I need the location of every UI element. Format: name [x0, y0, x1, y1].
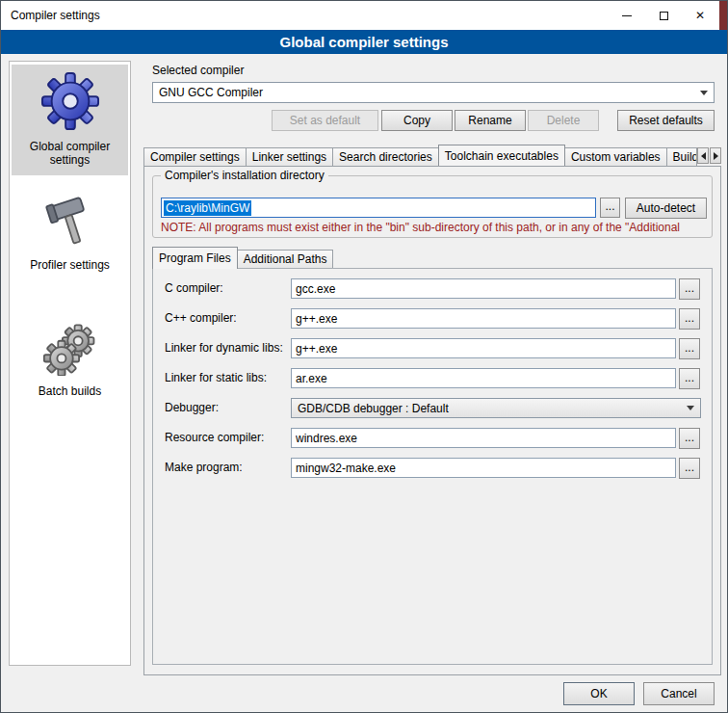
ok-button[interactable]: OK: [563, 682, 635, 705]
debugger-select[interactable]: GDB/CDB debugger : Default: [291, 398, 701, 418]
field-label: C compiler:: [165, 278, 223, 299]
selected-path-text: C:\raylib\MinGW: [164, 200, 251, 216]
field-label: Linker for static libs:: [165, 368, 267, 388]
profiler-hammer-icon: [42, 194, 98, 250]
browse-directory-button[interactable]: ...: [600, 198, 620, 218]
sidebar-item-batch-builds[interactable]: Batch builds: [12, 313, 128, 407]
browse-button[interactable]: ...: [679, 338, 700, 359]
browse-button[interactable]: ...: [679, 428, 700, 449]
debugger-select-value: GDB/CDB debugger : Default: [298, 399, 449, 417]
close-button[interactable]: ✕: [682, 1, 718, 30]
resource-compiler-input[interactable]: [291, 428, 676, 448]
dynamic-libs-linker-input[interactable]: [291, 338, 676, 358]
form-row-c-compiler: C compiler: ...: [152, 278, 713, 300]
tab-search-directories[interactable]: Search directories: [332, 147, 439, 166]
browse-button[interactable]: ...: [679, 308, 700, 330]
sidebar-item-global-compiler-settings[interactable]: Global compiler settings: [12, 65, 128, 175]
static-libs-linker-input[interactable]: [291, 368, 676, 388]
form-row-cpp-compiler: C++ compiler: ...: [152, 308, 713, 330]
field-label: Debugger:: [165, 398, 219, 418]
maximize-icon: [660, 12, 668, 20]
field-label: Make program:: [165, 458, 243, 478]
minimize-button[interactable]: [609, 1, 645, 30]
maximize-button[interactable]: [645, 1, 682, 30]
form-row-resource-compiler: Resource compiler: ...: [152, 428, 713, 449]
screen-edge-artifact: [719, 1, 727, 30]
sidebar-item-label: Batch builds: [13, 384, 126, 398]
browse-button[interactable]: ...: [679, 368, 700, 389]
field-label: C++ compiler:: [165, 308, 237, 329]
make-program-input[interactable]: [291, 458, 676, 478]
copy-button[interactable]: Copy: [381, 110, 453, 131]
form-row-dynamic-linker: Linker for dynamic libs: ...: [152, 338, 713, 359]
minimize-icon: [622, 15, 632, 16]
blue-gear-icon: [40, 71, 100, 131]
cpp-compiler-input[interactable]: [291, 308, 676, 329]
left-arrow-icon: [701, 152, 706, 160]
tab-scroll-left-button[interactable]: [697, 147, 709, 164]
settings-tabstrip: Compiler settings Linker settings Search…: [143, 145, 697, 166]
tab-linker-settings[interactable]: Linker settings: [246, 147, 333, 166]
categories-sidebar: Global compiler settings Profiler settin…: [9, 61, 131, 666]
compiler-select-value: GNU GCC Compiler: [159, 83, 263, 102]
compiler-settings-window: Compiler settings ✕ Global compiler sett…: [0, 0, 728, 713]
subtab-additional-paths[interactable]: Additional Paths: [237, 250, 334, 268]
c-compiler-input[interactable]: [291, 278, 676, 299]
titlebar[interactable]: Compiler settings ✕: [1, 1, 727, 30]
tab-build-options[interactable]: Build: [666, 147, 697, 166]
right-arrow-icon: [714, 152, 718, 160]
tab-toolchain-executables[interactable]: Toolchain executables: [438, 145, 565, 166]
window-controls: ✕: [609, 1, 718, 30]
dropdown-arrow-icon: [682, 400, 699, 416]
dropdown-arrow-icon: [695, 84, 713, 101]
close-icon: ✕: [695, 9, 705, 22]
selected-compiler-label: Selected compiler: [152, 64, 244, 77]
sidebar-item-profiler-settings[interactable]: Profiler settings: [12, 187, 128, 280]
sidebar-item-label: Global compiler settings: [13, 140, 126, 167]
field-label: Linker for dynamic libs:: [165, 338, 283, 358]
form-row-static-linker: Linker for static libs: ...: [152, 368, 713, 389]
installation-directory-input[interactable]: C:\raylib\MinGW: [161, 198, 596, 218]
subtab-program-files[interactable]: Program Files: [152, 247, 238, 269]
browse-button[interactable]: ...: [679, 458, 700, 479]
cancel-button[interactable]: Cancel: [643, 682, 715, 705]
compiler-select[interactable]: GNU GCC Compiler: [152, 82, 715, 103]
tab-compiler-settings[interactable]: Compiler settings: [143, 147, 247, 166]
form-row-debugger: Debugger: GDB/CDB debugger : Default: [152, 398, 713, 419]
set-as-default-button: Set as default: [272, 110, 378, 131]
note-text: NOTE: All programs must exist either in …: [161, 221, 713, 234]
rename-button[interactable]: Rename: [455, 110, 526, 131]
window-title: Compiler settings: [11, 1, 100, 30]
dialog-header: Global compiler settings: [1, 30, 727, 54]
sidebar-item-label: Profiler settings: [13, 258, 126, 272]
tab-custom-variables[interactable]: Custom variables: [564, 147, 667, 166]
reset-defaults-button[interactable]: Reset defaults: [617, 110, 715, 131]
browse-button[interactable]: ...: [679, 278, 700, 300]
tab-scroll-right-button[interactable]: [710, 147, 721, 164]
program-files-tabstrip: Program Files Additional Paths: [152, 247, 333, 268]
gray-gears-icon: [42, 320, 98, 376]
group-title: Compiler's installation directory: [161, 169, 328, 182]
auto-detect-button[interactable]: Auto-detect: [625, 198, 707, 219]
field-label: Resource compiler:: [165, 428, 264, 448]
delete-button: Delete: [528, 110, 599, 131]
form-row-make-program: Make program: ...: [152, 458, 713, 479]
